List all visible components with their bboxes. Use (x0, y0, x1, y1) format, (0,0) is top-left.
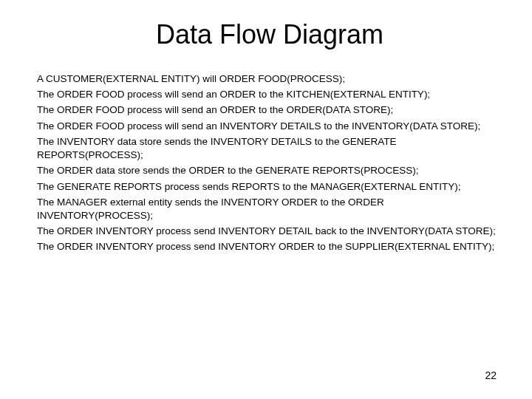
page-title: Data Flow Diagram (37, 19, 502, 50)
content-line: The ORDER FOOD process will send an INVE… (37, 120, 502, 133)
content-line: The ORDER data store sends the ORDER to … (37, 164, 502, 177)
content-line: The ORDER INVENTORY process send INVENTO… (37, 240, 502, 253)
content-line: The ORDER INVENTORY process send INVENTO… (37, 225, 502, 238)
content-line: The ORDER FOOD process will send an ORDE… (37, 103, 502, 117)
content-body: A CUSTOMER(EXTERNAL ENTITY) will ORDER F… (37, 72, 502, 254)
page-number: 22 (485, 369, 497, 381)
content-line: The ORDER FOOD process will send an ORDE… (37, 88, 502, 101)
content-line: The GENERATE REPORTS process sends REPOR… (37, 180, 502, 194)
content-line: The INVENTORY data store sends the INVEN… (37, 135, 502, 162)
content-line: A CUSTOMER(EXTERNAL ENTITY) will ORDER F… (37, 72, 502, 86)
content-line: The MANAGER external entity sends the IN… (37, 196, 502, 222)
